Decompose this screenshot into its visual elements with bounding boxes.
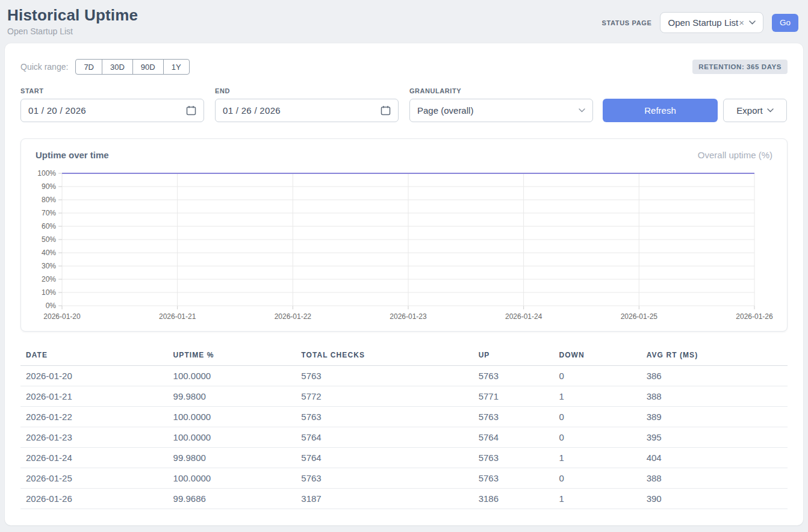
table-cell: 1 <box>553 448 641 468</box>
clear-icon[interactable]: × <box>739 17 744 28</box>
svg-text:40%: 40% <box>42 249 56 257</box>
filter-row: START 01 / 20 / 2026 END 01 / 26 / 2026 <box>20 87 788 122</box>
table-cell: 5763 <box>473 448 554 468</box>
quick-range-label: Quick range: <box>20 62 68 72</box>
table-cell: 100.0000 <box>168 366 296 386</box>
svg-text:2026-01-26: 2026-01-26 <box>736 312 773 321</box>
status-page-label: STATUS PAGE <box>601 19 651 26</box>
uptime-chart-card: Uptime over time Overall uptime (%) 2026… <box>20 138 788 332</box>
start-date-value: 01 / 20 / 2026 <box>28 105 86 116</box>
table-cell: 0 <box>553 407 641 427</box>
table-cell: 99.9686 <box>168 489 296 509</box>
status-page-select[interactable]: Open Startup List × <box>660 12 763 33</box>
calendar-icon[interactable] <box>186 105 196 116</box>
granularity-field: GRANULARITY Page (overall) <box>409 87 593 122</box>
quick-range-1y-button[interactable]: 1Y <box>163 59 190 75</box>
table-cell: 0 <box>553 427 641 448</box>
table-cell: 5763 <box>296 468 473 489</box>
quick-range-group: 7D 30D 90D 1Y <box>75 59 189 75</box>
table-cell: 388 <box>641 386 788 407</box>
table-cell: 395 <box>641 427 788 448</box>
table-cell: 5764 <box>296 427 473 448</box>
end-date-field: END 01 / 26 / 2026 <box>215 87 399 122</box>
table-row: 2026-01-25100.0000576357630388 <box>20 468 788 489</box>
chevron-down-icon <box>767 108 774 113</box>
quick-range-90d-button[interactable]: 90D <box>132 59 164 75</box>
go-button[interactable]: Go <box>772 14 798 32</box>
column-header-avg-rt: AVG RT (MS) <box>641 346 788 366</box>
chart-title: Uptime over time <box>36 150 109 160</box>
svg-text:2026-01-25: 2026-01-25 <box>621 312 658 321</box>
uptime-line-chart: 2026-01-202026-01-212026-01-222026-01-23… <box>21 166 787 324</box>
start-date-input[interactable]: 01 / 20 / 2026 <box>20 99 204 122</box>
granularity-select[interactable]: Page (overall) <box>409 99 593 122</box>
retention-badge: RETENTION: 365 DAYS <box>692 60 788 74</box>
table-cell: 390 <box>641 489 788 509</box>
export-label: Export <box>736 105 762 116</box>
svg-text:30%: 30% <box>42 262 56 270</box>
table-cell: 0 <box>553 468 641 489</box>
table-cell: 2026-01-20 <box>20 366 168 386</box>
table-cell: 3186 <box>473 489 554 509</box>
svg-text:2026-01-24: 2026-01-24 <box>505 312 542 321</box>
column-header-up: UP <box>473 346 554 366</box>
chevron-down-icon <box>579 108 585 113</box>
refresh-button[interactable]: Refresh <box>603 99 718 122</box>
svg-text:20%: 20% <box>42 275 56 283</box>
column-header-down: DOWN <box>553 346 641 366</box>
table-cell: 5763 <box>473 366 554 386</box>
table-cell: 100.0000 <box>168 468 296 489</box>
quick-range-7d-button[interactable]: 7D <box>75 59 102 75</box>
svg-text:50%: 50% <box>42 235 56 244</box>
table-cell: 100.0000 <box>168 427 296 448</box>
end-label: END <box>215 87 399 94</box>
page-title: Historical Uptime <box>7 6 138 25</box>
table-cell: 2026-01-23 <box>20 427 168 448</box>
table-cell: 100.0000 <box>168 407 296 427</box>
table-cell: 3187 <box>296 489 473 509</box>
table-cell: 1 <box>553 386 641 407</box>
table-header-row: DATE UPTIME % TOTAL CHECKS UP DOWN AVG R… <box>20 346 788 366</box>
svg-text:2026-01-20: 2026-01-20 <box>43 312 81 321</box>
table-cell: 0 <box>553 366 641 386</box>
svg-text:2026-01-21: 2026-01-21 <box>159 312 196 321</box>
chevron-down-icon <box>749 20 756 25</box>
table-cell: 5764 <box>473 427 554 448</box>
table-cell: 404 <box>641 448 788 468</box>
end-date-value: 01 / 26 / 2026 <box>223 105 281 116</box>
svg-text:80%: 80% <box>42 196 56 204</box>
table-row: 2026-01-2199.9800577257711388 <box>20 386 788 407</box>
svg-text:60%: 60% <box>42 222 56 230</box>
table-cell: 5763 <box>296 407 473 427</box>
granularity-label: GRANULARITY <box>409 87 593 94</box>
svg-text:70%: 70% <box>42 209 56 217</box>
svg-text:2026-01-22: 2026-01-22 <box>275 312 312 321</box>
uptime-table-head: DATE UPTIME % TOTAL CHECKS UP DOWN AVG R… <box>20 346 788 366</box>
status-page-select-value: Open Startup List <box>668 17 738 28</box>
end-date-input[interactable]: 01 / 26 / 2026 <box>215 99 399 122</box>
header-titles: Historical Uptime Open Startup List <box>7 6 138 36</box>
table-cell: 2026-01-26 <box>20 489 168 509</box>
granularity-value: Page (overall) <box>417 105 473 116</box>
table-cell: 99.9800 <box>168 386 296 407</box>
uptime-table-body: 2026-01-20100.00005763576303862026-01-21… <box>20 366 788 509</box>
table-cell: 1 <box>553 489 641 509</box>
column-header-uptime: UPTIME % <box>168 346 296 366</box>
export-button[interactable]: Export <box>723 99 787 122</box>
table-cell: 5763 <box>296 366 473 386</box>
chart-header: Uptime over time Overall uptime (%) <box>21 150 787 160</box>
uptime-table: DATE UPTIME % TOTAL CHECKS UP DOWN AVG R… <box>20 346 788 509</box>
table-cell: 5763 <box>473 468 554 489</box>
table-row: 2026-01-23100.0000576457640395 <box>20 427 788 448</box>
svg-text:90%: 90% <box>42 182 56 191</box>
table-cell: 388 <box>641 468 788 489</box>
quick-range-30d-button[interactable]: 30D <box>102 59 133 75</box>
table-cell: 2026-01-24 <box>20 448 168 468</box>
svg-text:10%: 10% <box>42 288 56 297</box>
start-label: START <box>20 87 204 94</box>
table-row: 2026-01-22100.0000576357630389 <box>20 407 788 427</box>
table-cell: 2026-01-21 <box>20 386 168 407</box>
calendar-icon[interactable] <box>381 105 391 116</box>
svg-text:2026-01-23: 2026-01-23 <box>390 312 427 321</box>
table-row: 2026-01-2499.9800576457631404 <box>20 448 788 468</box>
